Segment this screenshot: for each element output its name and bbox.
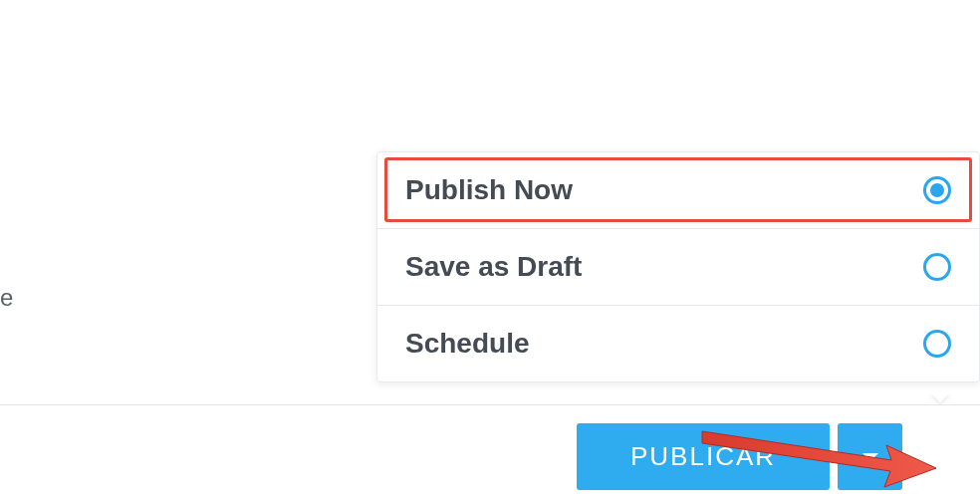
caret-down-icon	[861, 451, 879, 463]
publish-options-dropdown: Publish Now Save as Draft Schedule	[376, 151, 980, 382]
option-save-as-draft[interactable]: Save as Draft	[377, 229, 979, 306]
option-label: Publish Now	[405, 174, 573, 206]
publish-options-toggle[interactable]	[838, 423, 902, 490]
radio-unselected-icon	[923, 253, 951, 281]
publish-button[interactable]: PUBLICAR	[577, 423, 830, 490]
radio-selected-icon	[923, 176, 951, 204]
partial-text-left: e	[0, 284, 13, 312]
action-bar: PUBLICAR	[577, 423, 902, 490]
divider-line	[0, 404, 980, 405]
radio-unselected-icon	[923, 330, 951, 358]
option-label: Save as Draft	[405, 251, 582, 283]
option-schedule[interactable]: Schedule	[377, 306, 979, 381]
option-publish-now[interactable]: Publish Now	[377, 152, 979, 229]
option-label: Schedule	[405, 328, 529, 360]
dropdown-pointer-icon	[930, 392, 950, 402]
